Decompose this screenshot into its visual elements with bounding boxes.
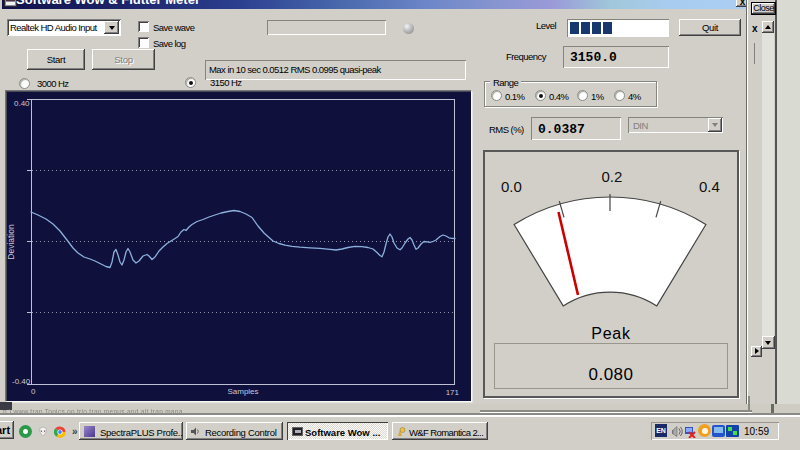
svg-text:0.0: 0.0 [501, 178, 522, 195]
svg-text:-0.40: -0.40 [12, 377, 31, 386]
svg-text:0.4: 0.4 [699, 178, 720, 195]
svg-text:0.2: 0.2 [602, 168, 623, 185]
svg-text:Deviation: Deviation [6, 224, 16, 260]
svg-text:171: 171 [446, 388, 460, 397]
svg-text:0: 0 [31, 387, 36, 396]
svg-text:0.40: 0.40 [14, 99, 30, 108]
svg-text:Samples: Samples [227, 387, 258, 396]
